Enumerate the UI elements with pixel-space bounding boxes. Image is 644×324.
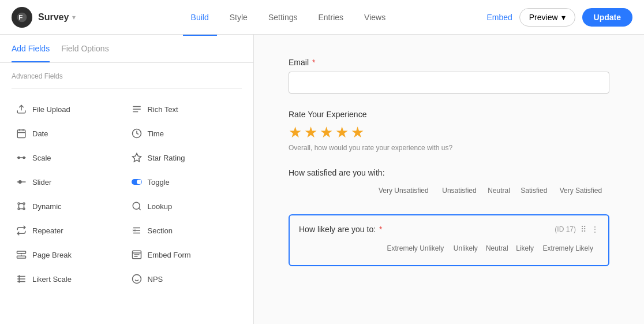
field-label-rich-text: Rich Text — [148, 105, 178, 114]
field-time[interactable]: Time — [127, 121, 242, 146]
star-1[interactable]: ★ — [289, 124, 302, 141]
likelihood-title: How likely are you to: * — [299, 225, 382, 234]
star-icon — [132, 152, 142, 163]
header: F Survey ▾ Build Style Settings Entries … — [0, 0, 644, 35]
nav-build[interactable]: Build — [183, 9, 217, 25]
field-embed-form[interactable]: Embed Form — [127, 243, 242, 267]
field-label-time: Time — [148, 129, 164, 138]
app-title: Survey — [38, 12, 69, 23]
svg-point-20 — [23, 203, 25, 204]
sat-header-5: Very Satisfied — [553, 184, 608, 197]
clock-icon — [132, 128, 142, 139]
field-label-likert: Likert Scale — [32, 275, 72, 284]
tab-add-fields[interactable]: Add Fields — [12, 35, 50, 62]
likelihood-header-2: Unlikely — [450, 242, 481, 255]
field-label-scale: Scale — [32, 154, 51, 162]
star-2[interactable]: ★ — [304, 124, 317, 141]
svg-point-19 — [18, 203, 20, 204]
star-4[interactable]: ★ — [335, 124, 349, 141]
header-actions: Embed Preview ▾ Update — [486, 8, 632, 27]
toggle-icon — [132, 177, 142, 187]
slider-icon — [16, 177, 27, 187]
svg-point-22 — [23, 208, 25, 210]
scale-icon — [16, 152, 27, 163]
main-nav: Build Style Settings Entries Views — [89, 9, 486, 25]
svg-text:F: F — [18, 13, 23, 21]
field-label-dynamic: Dynamic — [32, 202, 62, 211]
svg-marker-14 — [132, 154, 141, 162]
field-toggle[interactable]: Toggle — [127, 170, 242, 194]
main-layout: Add Fields Field Options Advanced Fields… — [0, 35, 644, 324]
likelihood-header-3: Neutral — [482, 242, 512, 255]
search-icon — [132, 201, 142, 211]
fields-grid: File Upload Rich Text Date — [12, 97, 242, 291]
svg-text:H: H — [132, 228, 135, 233]
field-date[interactable]: Date — [12, 121, 127, 146]
nps-icon — [132, 274, 142, 284]
field-repeater[interactable]: Repeater — [12, 218, 127, 243]
email-label: Email * — [289, 58, 609, 67]
email-field-group: Email * — [289, 58, 609, 94]
rich-text-icon — [132, 104, 142, 114]
nav-style[interactable]: Style — [222, 9, 256, 25]
star-3[interactable]: ★ — [320, 124, 333, 141]
more-options-icon[interactable]: ⋮ — [591, 225, 599, 234]
embed-link[interactable]: Embed — [486, 13, 512, 22]
embedform-icon — [132, 249, 142, 260]
nav-views[interactable]: Views — [356, 9, 394, 25]
field-lookup[interactable]: Lookup — [127, 194, 242, 218]
section-divider — [12, 88, 242, 89]
likelihood-header-4: Likely — [513, 242, 537, 255]
field-likert-scale[interactable]: Likert Scale — [12, 267, 127, 291]
likelihood-card-header: How likely are you to: * (ID 17) ⠿ ⋮ — [299, 225, 599, 234]
section-icon: H — [132, 225, 142, 236]
svg-point-18 — [137, 180, 141, 184]
field-file-upload[interactable]: File Upload — [12, 97, 127, 121]
rate-hint: Overall, how would you rate your experie… — [289, 144, 609, 152]
nav-settings[interactable]: Settings — [260, 9, 306, 25]
nav-entries[interactable]: Entries — [310, 9, 351, 25]
field-scale[interactable]: Scale — [12, 146, 127, 170]
field-slider[interactable]: Slider — [12, 170, 127, 194]
sidebar-tabs: Add Fields Field Options — [0, 35, 253, 63]
email-required-star: * — [312, 58, 315, 67]
field-label-repeater: Repeater — [32, 226, 63, 235]
tab-field-options[interactable]: Field Options — [61, 35, 108, 62]
star-5[interactable]: ★ — [351, 124, 364, 141]
satisfaction-group: How satisfied are you with: Very Unsatis… — [289, 168, 609, 198]
field-rich-text[interactable]: Rich Text — [127, 97, 242, 121]
preview-button[interactable]: Preview ▾ — [519, 8, 575, 27]
likelihood-actions: (ID 17) ⠿ ⋮ — [555, 225, 599, 234]
likelihood-header-1: Extremely Unlikely — [382, 242, 449, 255]
section-label: Advanced Fields — [12, 72, 242, 80]
field-label-section: Section — [148, 226, 173, 235]
field-dynamic[interactable]: Dynamic — [12, 194, 127, 218]
field-label-nps: NPS — [148, 275, 163, 284]
svg-point-41 — [132, 275, 141, 284]
field-label-embed-form: Embed Form — [148, 251, 191, 259]
date-icon — [16, 128, 27, 139]
svg-rect-31 — [17, 256, 26, 258]
field-label-toggle: Toggle — [148, 178, 170, 187]
sidebar: Add Fields Field Options Advanced Fields… — [0, 35, 254, 324]
field-section[interactable]: H Section — [127, 218, 242, 243]
field-nps[interactable]: NPS — [127, 267, 242, 291]
star-rating-stars[interactable]: ★ ★ ★ ★ ★ — [289, 124, 609, 141]
email-input[interactable] — [289, 72, 609, 94]
svg-point-21 — [18, 208, 20, 210]
title-chevron-icon[interactable]: ▾ — [72, 13, 76, 21]
svg-point-13 — [23, 157, 25, 159]
logo-icon: F — [12, 7, 32, 28]
sat-header-4: Satisfied — [516, 184, 552, 197]
satisfaction-table: Very Unsatisfied Unsatisfied Neutral Sat… — [289, 183, 609, 198]
likelihood-table: Extremely Unlikely Unlikely Neutral Like… — [299, 241, 599, 256]
update-button[interactable]: Update — [582, 8, 632, 27]
field-label-lookup: Lookup — [148, 202, 173, 211]
field-star-rating[interactable]: Star Rating — [127, 146, 242, 170]
field-page-break[interactable]: Page Break — [12, 243, 127, 267]
chevron-down-icon: ▾ — [561, 13, 566, 22]
drag-handle-icon[interactable]: ⠿ — [581, 225, 586, 234]
svg-point-16 — [19, 181, 22, 184]
dynamic-icon — [16, 201, 27, 211]
likert-icon — [16, 274, 27, 284]
